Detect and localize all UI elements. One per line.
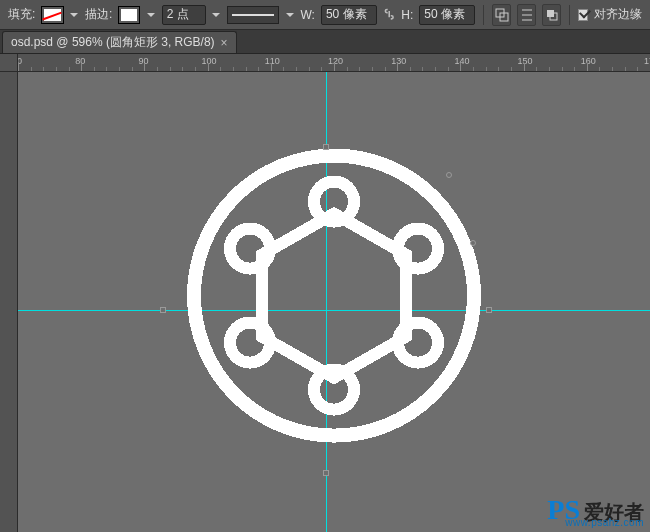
stroke-width-field[interactable]: 2 点 — [162, 5, 206, 25]
height-label: H: — [401, 8, 413, 22]
svg-point-6 — [314, 182, 354, 222]
close-icon[interactable]: × — [221, 36, 228, 50]
ruler-vertical[interactable] — [0, 54, 18, 532]
svg-point-8 — [398, 323, 438, 363]
path-ops-combine[interactable] — [492, 4, 511, 26]
align-edges-checkbox[interactable] — [578, 9, 588, 21]
svg-point-7 — [398, 229, 438, 269]
width-field[interactable]: 50 像素 — [321, 5, 377, 25]
path-arrange[interactable] — [542, 4, 561, 26]
document-tab[interactable]: osd.psd @ 596% (圆角矩形 3, RGB/8) × — [2, 31, 237, 53]
stroke-dropdown[interactable] — [146, 6, 155, 24]
transform-handle[interactable] — [470, 240, 476, 246]
link-wh-icon[interactable] — [383, 7, 395, 23]
stroke-width-dropdown[interactable] — [212, 6, 221, 24]
transform-handle[interactable] — [323, 470, 329, 476]
svg-point-10 — [230, 323, 270, 363]
document-tab-bar: osd.psd @ 596% (圆角矩形 3, RGB/8) × — [0, 30, 650, 54]
fill-swatch[interactable] — [41, 6, 63, 24]
stroke-style-dropdown[interactable] — [227, 6, 279, 24]
transform-handle[interactable] — [446, 172, 452, 178]
svg-point-9 — [314, 370, 354, 410]
ruler-origin[interactable] — [0, 54, 18, 72]
watermark: PS 爱好者 www.psahz.com — [547, 494, 644, 526]
transform-handle[interactable] — [486, 307, 492, 313]
stroke-style-chevron[interactable] — [285, 6, 294, 24]
canvas-area[interactable]: PS 爱好者 www.psahz.com — [18, 72, 650, 532]
options-bar: 填充: 描边: 2 点 W: 50 像素 H: 50 像素 对齐边缘 — [0, 0, 650, 30]
fill-dropdown[interactable] — [70, 6, 79, 24]
path-align[interactable] — [517, 4, 536, 26]
svg-marker-5 — [262, 214, 406, 378]
watermark-url: www.psahz.com — [565, 517, 644, 528]
align-edges-label: 对齐边缘 — [594, 6, 642, 23]
transform-handle[interactable] — [160, 307, 166, 313]
fill-label: 填充: — [8, 6, 35, 23]
height-field[interactable]: 50 像素 — [419, 5, 475, 25]
ruler-horizontal[interactable]: 708090100110120130140150160170 — [18, 54, 650, 72]
transform-handle[interactable] — [323, 144, 329, 150]
svg-point-4 — [194, 156, 474, 436]
stroke-swatch[interactable] — [118, 6, 140, 24]
width-label: W: — [300, 8, 314, 22]
svg-point-11 — [230, 229, 270, 269]
shape-artwork — [174, 136, 494, 456]
stroke-label: 描边: — [85, 6, 112, 23]
document-tab-title: osd.psd @ 596% (圆角矩形 3, RGB/8) — [11, 34, 215, 51]
